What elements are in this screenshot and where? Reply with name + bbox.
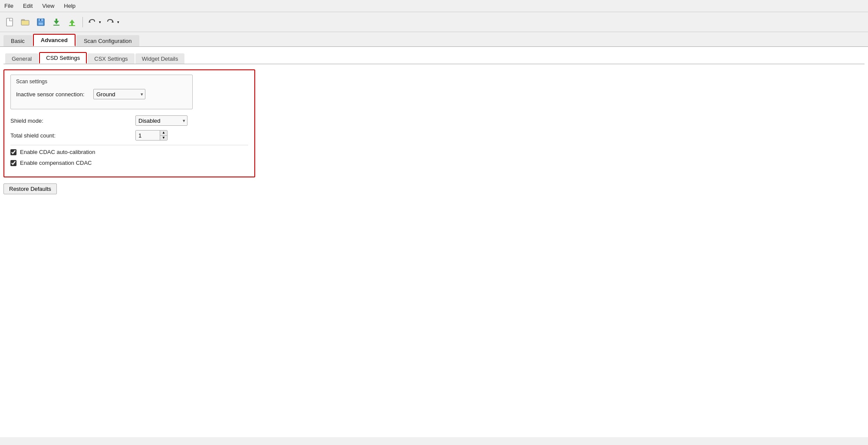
tab-scan-configuration[interactable]: Scan Configuration <box>76 35 139 46</box>
open-button[interactable] <box>18 15 32 29</box>
open-icon <box>20 17 30 27</box>
redo-group: ▾ <box>105 15 121 29</box>
spinner-down-button[interactable]: ▼ <box>160 136 167 141</box>
divider <box>10 145 248 145</box>
shield-mode-select-wrapper: Disabled Active Passive <box>135 115 187 126</box>
inactive-sensor-row: Inactive sensor connection: Ground Shiel… <box>16 89 187 99</box>
main-content: General CSD Settings CSX Settings Widget… <box>0 47 868 437</box>
svg-rect-12 <box>69 25 75 26</box>
shield-mode-row: Shield mode: Disabled Active Passive <box>10 115 248 126</box>
total-shield-spinner: ▲ ▼ <box>135 130 168 141</box>
new-file-icon <box>5 17 14 27</box>
menu-edit[interactable]: Edit <box>21 2 34 10</box>
inner-tabs: General CSD Settings CSX Settings Widget… <box>3 50 865 64</box>
scan-settings-box: Scan settings Inactive sensor connection… <box>10 75 193 109</box>
comp-cdac-row: Enable compensation CDAC <box>10 160 248 166</box>
undo-dropdown-button[interactable]: ▾ <box>98 15 103 29</box>
toolbar: ▾ ▾ <box>0 12 868 32</box>
download-button[interactable] <box>49 15 63 29</box>
cdac-calibration-row: Enable CDAC auto-calibration <box>10 149 248 155</box>
total-shield-label: Total shield count: <box>10 132 132 139</box>
tab-advanced[interactable]: Advanced <box>33 34 76 46</box>
svg-rect-9 <box>53 25 59 26</box>
undo-group: ▾ <box>86 15 103 29</box>
shield-mode-select[interactable]: Disabled Active Passive <box>135 115 187 126</box>
menu-bar: File Edit View Help <box>0 0 868 12</box>
menu-help[interactable]: Help <box>62 2 77 10</box>
save-button[interactable] <box>34 15 48 29</box>
spinner-buttons: ▲ ▼ <box>160 131 167 140</box>
svg-rect-8 <box>56 19 57 21</box>
comp-cdac-label: Enable compensation CDAC <box>20 160 92 166</box>
toolbar-separator-1 <box>82 17 83 27</box>
redo-dropdown-button[interactable]: ▾ <box>116 15 121 29</box>
outer-tabs: Basic Advanced Scan Configuration <box>0 32 868 47</box>
restore-defaults-button[interactable]: Restore Defaults <box>3 183 57 194</box>
redo-icon <box>106 18 115 26</box>
undo-button[interactable] <box>86 15 98 29</box>
total-shield-input[interactable] <box>136 131 160 140</box>
cdac-calibration-checkbox[interactable] <box>10 149 16 155</box>
tab-basic[interactable]: Basic <box>3 35 32 46</box>
svg-rect-5 <box>39 23 43 25</box>
spinner-up-button[interactable]: ▲ <box>160 131 167 136</box>
upload-button[interactable] <box>65 15 79 29</box>
save-icon <box>36 17 46 27</box>
comp-cdac-checkbox[interactable] <box>10 160 16 166</box>
inactive-sensor-label: Inactive sensor connection: <box>16 91 90 98</box>
menu-view[interactable]: View <box>40 2 56 10</box>
undo-icon <box>88 18 96 26</box>
inactive-sensor-select-wrapper: Ground Shield HighZ <box>93 89 145 99</box>
menu-file[interactable]: File <box>3 2 15 10</box>
svg-rect-6 <box>40 19 41 21</box>
svg-marker-10 <box>69 20 75 23</box>
svg-rect-2 <box>21 20 29 25</box>
total-shield-row: Total shield count: ▲ ▼ <box>10 130 248 141</box>
tab-widget-details[interactable]: Widget Details <box>135 53 185 64</box>
tab-general[interactable]: General <box>5 53 38 64</box>
svg-rect-11 <box>71 23 73 25</box>
new-file-button[interactable] <box>3 15 16 29</box>
inactive-sensor-select[interactable]: Ground Shield HighZ <box>93 89 145 99</box>
cdac-calibration-label: Enable CDAC auto-calibration <box>20 149 95 155</box>
svg-marker-7 <box>54 21 59 24</box>
csd-panel: Scan settings Inactive sensor connection… <box>3 69 255 177</box>
tab-csx-settings[interactable]: CSX Settings <box>88 53 134 64</box>
upload-icon <box>67 17 77 27</box>
redo-button[interactable] <box>105 15 116 29</box>
scan-settings-title: Scan settings <box>16 79 187 85</box>
tab-csd-settings[interactable]: CSD Settings <box>39 52 87 64</box>
shield-mode-label: Shield mode: <box>10 118 132 124</box>
download-icon <box>52 17 61 27</box>
